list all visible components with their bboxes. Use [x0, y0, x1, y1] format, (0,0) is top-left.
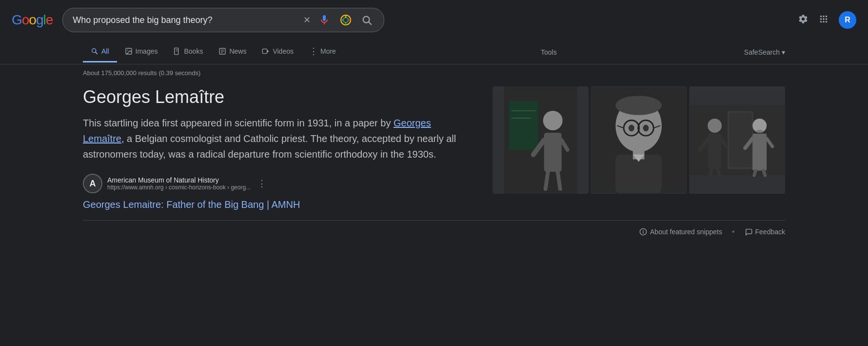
apps-icon[interactable] — [818, 14, 829, 27]
search-nav-icon — [91, 47, 99, 55]
snippet-text-area: Georges Lemaître This startling idea fir… — [83, 86, 473, 210]
source-info: American Museum of Natural History https… — [107, 176, 251, 191]
clear-search-button[interactable]: ✕ — [303, 15, 311, 25]
svg-point-43 — [643, 124, 649, 131]
nav-item-more[interactable]: ⋮ More — [301, 40, 344, 64]
nav-item-books[interactable]: Books — [165, 41, 211, 62]
nav-item-all[interactable]: All — [83, 41, 117, 62]
feedback-icon — [745, 228, 752, 236]
svg-rect-12 — [175, 48, 178, 54]
nav-item-videos[interactable]: Videos — [254, 41, 301, 62]
chevron-down-icon: ▾ — [782, 48, 785, 56]
snippet-image-1[interactable] — [493, 86, 589, 194]
source-options-icon[interactable]: ⋮ — [257, 178, 266, 189]
search-input[interactable] — [73, 15, 297, 25]
source-row: A American Museum of Natural History htt… — [83, 174, 473, 193]
snippet-image-3[interactable] — [689, 86, 785, 194]
search-button[interactable] — [359, 13, 374, 27]
svg-line-52 — [718, 169, 719, 175]
microphone-icon — [318, 14, 330, 26]
svg-marker-20 — [267, 50, 269, 52]
svg-line-29 — [546, 172, 548, 189]
svg-point-47 — [708, 119, 722, 133]
images-nav-icon — [125, 47, 133, 55]
svg-line-9 — [96, 52, 98, 54]
svg-line-59 — [763, 170, 765, 175]
svg-line-30 — [558, 172, 560, 189]
svg-line-58 — [754, 170, 755, 175]
nav-bar: All Images Books News Videos — [0, 40, 868, 64]
svg-line-51 — [710, 169, 711, 175]
snippet-footer: About featured snippets • Feedback — [83, 220, 785, 236]
snippet-body-part1: This startling idea first appeared in sc… — [83, 118, 394, 128]
svg-point-25 — [543, 111, 563, 130]
source-name: American Museum of Natural History — [107, 176, 251, 184]
search-icon — [361, 15, 372, 25]
footer-separator: • — [732, 227, 735, 236]
snippet-body: This startling idea first appeared in sc… — [83, 115, 473, 162]
image-strip — [493, 86, 785, 194]
svg-line-7 — [369, 22, 371, 24]
google-logo: Google — [12, 12, 53, 28]
avatar[interactable]: R — [839, 11, 856, 29]
svg-point-33 — [616, 96, 662, 115]
source-favicon: A — [83, 174, 102, 193]
result-link[interactable]: Georges Lemaitre: Father of the Big Bang… — [83, 199, 300, 210]
lens-button[interactable] — [338, 12, 354, 28]
svg-rect-48 — [708, 134, 721, 169]
header-right: R — [798, 11, 856, 29]
settings-icon[interactable] — [798, 14, 809, 27]
snippet-body-part2: , a Belgian cosmologist and Catholic pri… — [83, 133, 456, 160]
svg-point-54 — [756, 130, 763, 132]
results-count: About 175,000,000 results (0.39 seconds) — [83, 69, 785, 77]
safe-search-button[interactable]: SafeSearch ▾ — [744, 48, 785, 56]
about-snippets-link[interactable]: About featured snippets — [639, 228, 722, 236]
microphone-button[interactable] — [316, 12, 332, 28]
source-url: https://www.amnh.org › cosmic-horizons-b… — [107, 184, 251, 191]
results-area: About 175,000,000 results (0.39 seconds)… — [0, 64, 868, 246]
snippet-image-2[interactable] — [591, 86, 687, 194]
about-snippets-label: About featured snippets — [650, 228, 722, 236]
info-icon — [639, 228, 647, 236]
svg-rect-22 — [509, 101, 538, 150]
snippet-title: Georges Lemaître — [83, 86, 473, 107]
more-dots-icon: ⋮ — [309, 46, 317, 57]
svg-rect-26 — [544, 133, 562, 172]
header: Google ✕ — [0, 0, 868, 40]
search-bar: ✕ — [62, 8, 384, 32]
news-nav-icon — [218, 47, 226, 55]
svg-rect-46 — [729, 113, 751, 167]
nav-item-images[interactable]: Images — [117, 41, 166, 62]
feedback-link[interactable]: Feedback — [745, 228, 785, 236]
videos-nav-icon — [262, 47, 270, 55]
books-nav-icon — [173, 47, 181, 55]
svg-rect-19 — [263, 49, 267, 53]
lens-icon — [340, 14, 352, 26]
svg-point-1 — [343, 18, 348, 22]
tools-button[interactable]: Tools — [541, 42, 557, 62]
svg-point-62 — [643, 230, 644, 231]
svg-point-42 — [629, 124, 634, 131]
svg-rect-55 — [752, 134, 767, 171]
feedback-label: Feedback — [755, 228, 785, 236]
svg-point-11 — [127, 50, 128, 51]
nav-item-news[interactable]: News — [211, 41, 254, 62]
featured-snippet: Georges Lemaître This startling idea fir… — [83, 86, 785, 210]
